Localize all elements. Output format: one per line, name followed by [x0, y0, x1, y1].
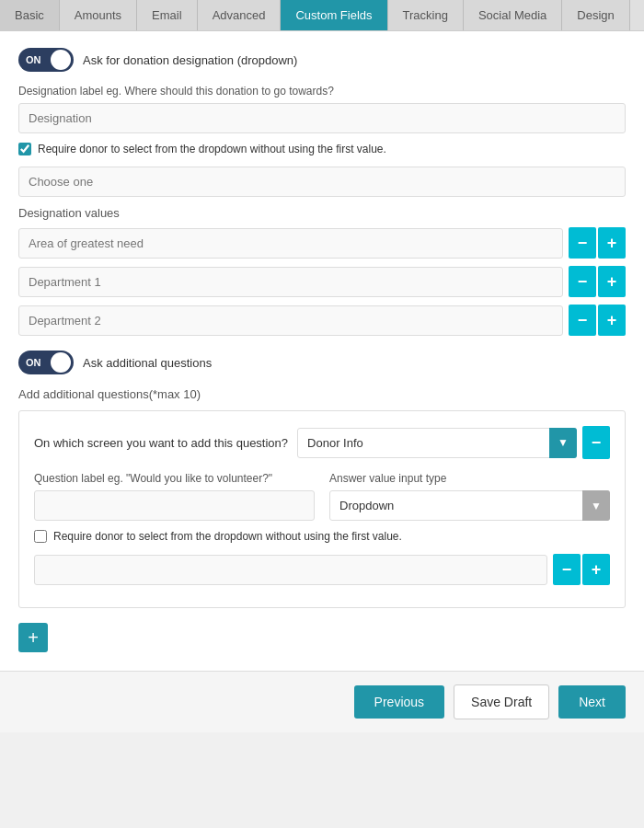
desig-input-1[interactable] [18, 228, 563, 259]
require-dropdown-checkbox[interactable] [34, 530, 47, 543]
desig-minus-2[interactable]: − [569, 266, 596, 297]
desig-input-2[interactable] [18, 267, 563, 297]
require-dropdown-label: Require donor to select from the dropdow… [53, 530, 402, 543]
save-draft-button[interactable]: Save Draft [454, 684, 549, 719]
add-questions-label: Add additional questions(*max 10) [18, 387, 626, 401]
answer-type-label: Answer value input type [329, 472, 610, 485]
toggle1-row: ON Ask for donation designation (dropdow… [18, 48, 626, 72]
add-value-minus[interactable]: − [553, 554, 581, 585]
desig-plus-1[interactable]: + [598, 227, 626, 259]
toggle2-knob [51, 352, 71, 373]
designation-label-hint: Designation label eg. Where should this … [18, 85, 626, 98]
question-box: On which screen you want to add this que… [18, 410, 626, 608]
toggle2-label: Ask additional questions [83, 356, 212, 370]
desig-minus-1[interactable]: − [569, 227, 596, 259]
next-button[interactable]: Next [558, 685, 626, 719]
require-checkbox-row: Require donor to select from the dropdow… [18, 143, 626, 155]
main-content: ON Ask for donation designation (dropdow… [0, 31, 644, 671]
tab-custom-fields[interactable]: Custom Fields [281, 0, 387, 30]
toggle1-on-label: ON [26, 54, 41, 65]
tab-amounts[interactable]: Amounts [60, 0, 137, 30]
screen-select-wrapper: Donor Info Payment Confirmation ▼ [297, 428, 577, 458]
toggle1-label: Ask for donation designation (dropdown) [83, 53, 297, 67]
tab-social-media[interactable]: Social Media [464, 0, 562, 30]
question-label-col: Question label eg. "Would you like to vo… [34, 472, 315, 521]
add-value-row: − + [34, 554, 610, 585]
require-dropdown-row: Require donor to select from the dropdow… [34, 530, 610, 543]
footer: Previous Save Draft Next [0, 671, 644, 732]
previous-button[interactable]: Previous [354, 685, 444, 719]
screen-label: On which screen you want to add this que… [34, 436, 288, 450]
screen-select[interactable]: Donor Info Payment Confirmation [297, 428, 577, 458]
tab-basic[interactable]: Basic [0, 0, 60, 30]
desig-row-3: − + [18, 305, 626, 336]
desig-plus-2[interactable]: + [598, 266, 626, 297]
screen-selector-row: On which screen you want to add this que… [34, 426, 610, 459]
require-checkbox[interactable] [18, 143, 31, 155]
designation-values-label: Designation values [18, 206, 626, 220]
toggle2-row: ON Ask additional questions [18, 351, 626, 374]
tab-tracking[interactable]: Tracking [388, 0, 464, 30]
answer-type-select-wrapper: Dropdown Text Checkbox ▼ [329, 490, 610, 521]
answer-type-col: Answer value input type Dropdown Text Ch… [329, 472, 610, 521]
toggle2-on-label: ON [26, 357, 41, 368]
add-question-btn[interactable]: + [18, 623, 48, 652]
desig-row-1: − + [18, 227, 626, 259]
toggle2-switch[interactable]: ON [18, 351, 74, 374]
tab-email[interactable]: Email [137, 0, 198, 30]
toggle1-knob [51, 50, 71, 70]
desig-minus-3[interactable]: − [569, 305, 596, 336]
tab-design[interactable]: Design [562, 0, 629, 30]
answer-type-select[interactable]: Dropdown Text Checkbox [329, 490, 610, 521]
desig-input-3[interactable] [18, 305, 563, 336]
remove-question-btn[interactable]: − [582, 426, 610, 459]
toggle1-switch[interactable]: ON [18, 48, 74, 72]
add-value-input[interactable] [34, 555, 547, 585]
question-label-text: Question label eg. "Would you like to vo… [34, 472, 315, 485]
designation-input[interactable] [18, 103, 626, 133]
desig-row-2: − + [18, 266, 626, 297]
question-label-input[interactable] [34, 490, 315, 521]
choose-input[interactable] [18, 167, 626, 197]
tab-advanced[interactable]: Advanced [198, 0, 282, 30]
add-value-plus[interactable]: + [582, 554, 610, 585]
desig-plus-3[interactable]: + [598, 305, 626, 336]
require-checkbox-label: Require donor to select from the dropdow… [38, 143, 386, 155]
tabs-bar: Basic Amounts Email Advanced Custom Fiel… [0, 0, 644, 31]
question-details-row: Question label eg. "Would you like to vo… [34, 472, 610, 521]
